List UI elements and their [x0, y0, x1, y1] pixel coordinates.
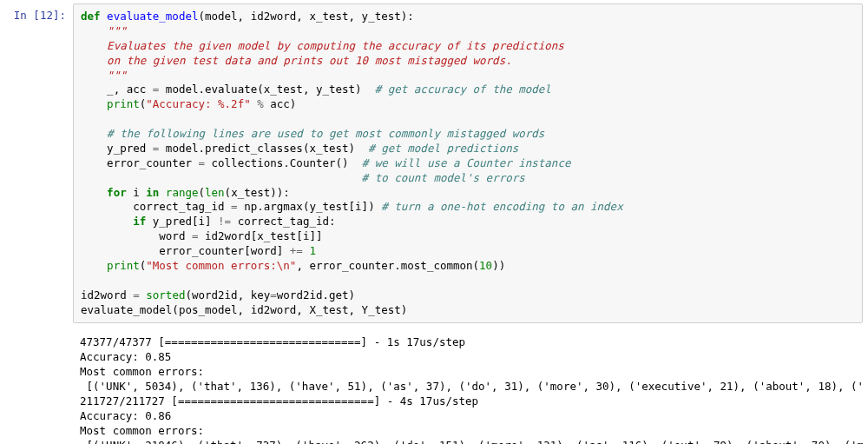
- code-text: model.predict_classes(x_test): [159, 142, 368, 155]
- out-line: [('UNK', 21846), ('that', 737), ('have',…: [80, 439, 863, 445]
- builtin-print: print: [107, 97, 140, 110]
- op-mod: %: [257, 97, 264, 110]
- code-text: y_pred[i]: [146, 215, 218, 228]
- out-line: Most common errors:: [80, 365, 204, 378]
- code-text: id2word: [81, 288, 133, 302]
- out-line: [('UNK', 5034), ('that', 136), ('have', …: [80, 380, 863, 393]
- code-text: error_counter[word]: [81, 244, 290, 257]
- code-text: word2id.get): [277, 288, 355, 302]
- code-text: i: [127, 186, 147, 199]
- code-text: evaluate_model(pos_model, id2word, X_tes…: [81, 303, 407, 316]
- builtin-sorted: sorted: [146, 288, 185, 302]
- code-text: correct_tag_id: [81, 200, 231, 213]
- builtin-len: len: [205, 186, 225, 199]
- builtin-range: range: [166, 186, 199, 199]
- op-assign: =: [270, 288, 277, 302]
- code-text: np.argmax(y_test[i]): [238, 200, 382, 213]
- sig: (model, id2word, x_test, y_test):: [198, 10, 413, 23]
- paren: (: [199, 186, 206, 199]
- kw-for: for: [107, 186, 127, 199]
- out-line: Accuracy: 0.86: [80, 409, 171, 422]
- kw-if: if: [133, 215, 146, 228]
- op-assign: =: [133, 288, 140, 302]
- code-input-area[interactable]: def evaluate_model(model, id2word, x_tes…: [73, 3, 863, 323]
- number: 1: [309, 244, 316, 257]
- indent: [81, 97, 107, 110]
- kw-in: in: [146, 186, 159, 199]
- comment: # get accuracy of the model: [375, 83, 551, 96]
- docstring-line: on the given test data and prints out 10…: [81, 54, 512, 67]
- comment: # the following lines are used to get mo…: [81, 127, 544, 140]
- docstring-line: Evaluates the given model by computing t…: [81, 39, 564, 52]
- op-assign: =: [198, 156, 205, 169]
- number: 10: [479, 259, 492, 272]
- comment: # we will use a Counter instance: [362, 156, 571, 169]
- out-line: 47377/47377 [===========================…: [80, 335, 465, 348]
- builtin-print: print: [107, 259, 140, 272]
- code-text: correct_tag_id:: [231, 215, 335, 228]
- code-text: , error_counter.most_common(: [296, 259, 479, 272]
- string: "Most common errors:\n": [146, 259, 296, 272]
- input-prompt: In [12]:: [0, 3, 73, 323]
- out-line: Most common errors:: [80, 424, 204, 437]
- indent: [81, 215, 133, 228]
- out-line: 211727/211727 [=========================…: [80, 394, 478, 408]
- code-text: y_pred: [81, 142, 153, 155]
- out-line: Accuracy: 0.85: [80, 350, 171, 363]
- code-text: (word2id, key: [185, 288, 270, 302]
- kw-def: def: [81, 10, 101, 23]
- code-text: id2word[x_test[i]]: [198, 229, 322, 242]
- op-iadd: +=: [290, 244, 303, 257]
- code-text: word: [81, 229, 192, 242]
- string: "Accuracy: %.2f": [146, 97, 250, 110]
- indent: [81, 186, 107, 199]
- input-cell: In [12]: def evaluate_model(model, id2wo…: [0, 0, 868, 327]
- code-text: _, acc: [81, 83, 153, 96]
- comment: # get model predictions: [368, 142, 518, 155]
- docstring-close: """: [81, 69, 127, 82]
- code-text: (x_test)):: [225, 186, 290, 199]
- output-cell: 47377/47377 [===========================…: [0, 327, 868, 444]
- code-text: )): [492, 259, 505, 272]
- comment: # turn a one-hot encoding to an index: [381, 200, 622, 213]
- code-text: model.evaluate(x_test, y_test): [159, 83, 374, 96]
- space: [159, 186, 166, 199]
- code-block: def evaluate_model(model, id2word, x_tes…: [81, 10, 855, 317]
- comment: # to count model's errors: [81, 171, 525, 184]
- stdout-area: 47377/47377 [===========================…: [73, 330, 863, 444]
- code-text: error_counter: [81, 156, 198, 169]
- op-ne: !=: [218, 215, 231, 228]
- docstring-open: """: [81, 24, 127, 37]
- code-text: collections.Counter(): [205, 156, 362, 169]
- code-text: acc): [264, 97, 297, 110]
- indent: [81, 259, 107, 272]
- op-assign: =: [231, 200, 238, 213]
- fn-name: evaluate_model: [107, 10, 198, 23]
